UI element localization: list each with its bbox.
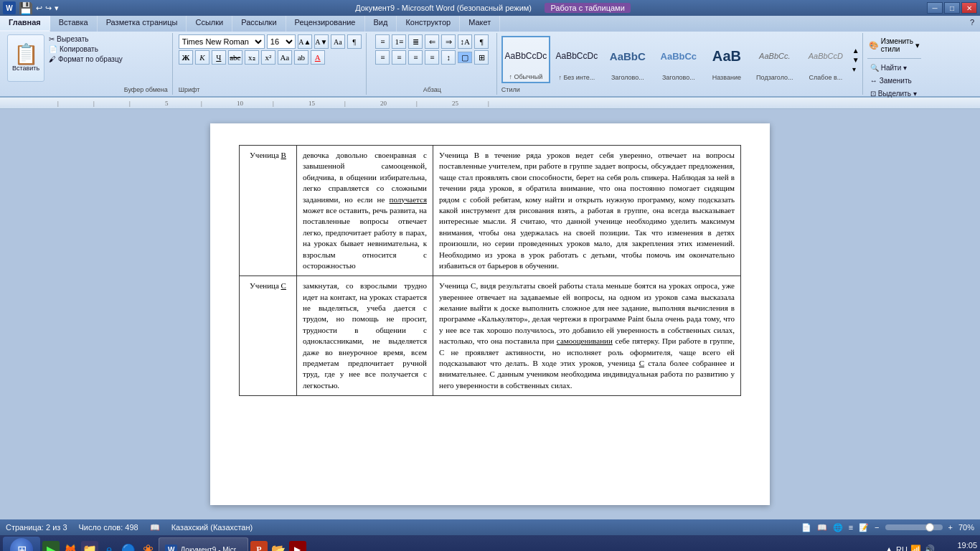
styles-more-btn[interactable]: ▾ <box>852 65 859 73</box>
ribbon-content: 📋 Вставить ✂ Вырезать 📄 Копировать 🖌 Фор… <box>0 32 980 96</box>
styles-scroll: ▲ ▼ ▾ <box>852 47 859 73</box>
tab-review[interactable]: Рецензирование <box>286 16 365 32</box>
borders-btn[interactable]: ⊞ <box>474 50 489 65</box>
style-title-preview: АаВ <box>707 38 746 74</box>
taskbar-word-icon: W <box>165 545 177 552</box>
styles-up-btn[interactable]: ▲ <box>852 47 859 55</box>
spell-check-icon: 📖 <box>150 523 160 532</box>
tab-insert[interactable]: Вставка <box>50 16 98 32</box>
style-title[interactable]: АаВ Название <box>705 36 748 83</box>
taskbar-icon-media[interactable]: ▶ <box>42 541 60 551</box>
superscript-btn[interactable]: x² <box>261 50 275 65</box>
taskbar-icon-video[interactable]: ▶ <box>289 541 306 551</box>
font-color-bg-btn[interactable]: ab <box>294 50 308 65</box>
justify-btn[interactable]: ≡ <box>425 50 439 65</box>
minimize-btn[interactable]: ─ <box>927 2 943 14</box>
italic-btn[interactable]: К <box>195 50 209 65</box>
view-web-btn[interactable]: 🌐 <box>833 523 843 532</box>
tab-view[interactable]: Вид <box>365 16 397 32</box>
strikethrough-btn[interactable]: abc <box>228 50 242 65</box>
numbering-btn[interactable]: 1≡ <box>392 34 406 49</box>
font-shrink-btn[interactable]: A▼ <box>314 34 329 49</box>
start-button[interactable]: ⊞ <box>3 537 40 551</box>
align-center-btn[interactable]: ≡ <box>392 50 406 65</box>
para-shading-btn[interactable]: ▢ <box>458 52 472 63</box>
find-icon: 🔍 <box>870 64 879 72</box>
underline-btn[interactable]: Ч <box>212 50 226 65</box>
show-hide-btn[interactable]: ¶ <box>347 34 362 49</box>
tab-design[interactable]: Конструктор <box>397 16 460 32</box>
increase-indent-btn[interactable]: ⇒ <box>441 34 456 49</box>
title-bar-controls[interactable]: ─ □ ✕ <box>927 2 977 14</box>
view-outline-btn[interactable]: ≡ <box>849 523 853 532</box>
taskbar-icon-ppt[interactable]: P <box>250 541 268 551</box>
taskbar-icon-folder[interactable]: 📂 <box>270 541 287 551</box>
paragraph-label: Абзац <box>423 85 441 93</box>
replace-btn[interactable]: ↔ Заменить <box>867 75 921 86</box>
style-no-spacing[interactable]: AaBbCcDc ↑ Без инте... <box>552 36 601 83</box>
close-btn[interactable]: ✕ <box>961 2 977 14</box>
subscript-btn[interactable]: x₂ <box>245 50 259 65</box>
align-right-btn[interactable]: ≡ <box>408 50 423 65</box>
tray-show-btn[interactable]: ▲ <box>885 545 893 552</box>
ribbon-help[interactable]: ? <box>964 16 980 32</box>
maximize-btn[interactable]: □ <box>944 2 960 14</box>
font-name-select[interactable]: Times New Roman <box>179 34 265 49</box>
col1-b[interactable]: девочка довольно своенравная с завышенно… <box>297 146 433 276</box>
clear-format-btn[interactable]: Aa <box>331 34 345 49</box>
zoom-out-btn[interactable]: − <box>875 523 879 532</box>
text-case-btn[interactable]: Aa <box>278 50 292 65</box>
styles-down-btn[interactable]: ▼ <box>852 56 859 64</box>
decrease-indent-btn[interactable]: ⇐ <box>425 34 439 49</box>
cut-button[interactable]: ✂ Вырезать <box>47 34 124 44</box>
format-painter-button[interactable]: 🖌 Формат по образцу <box>47 55 124 64</box>
undo-btn[interactable]: ↩ <box>36 4 42 13</box>
style-normal[interactable]: AaBbCcDc ↑ Обычный <box>501 36 550 83</box>
style-weak[interactable]: AaBbCcD Слабое в... <box>801 36 850 83</box>
font-grow-btn[interactable]: A▲ <box>298 34 312 49</box>
sort-btn[interactable]: ↕A <box>458 34 472 49</box>
font-label: Шрифт <box>179 85 200 93</box>
view-normal-btn[interactable]: 📄 <box>801 523 811 532</box>
col2-c[interactable]: Ученица С, видя результаты своей работы … <box>433 276 741 396</box>
taskbar-icon-chrome[interactable]: 🔵 <box>120 541 137 551</box>
line-spacing-btn[interactable]: ↕ <box>441 50 456 65</box>
paste-button[interactable]: 📋 Вставить <box>7 34 44 82</box>
change-styles-icon: 🎨 <box>869 41 879 50</box>
view-reader-btn[interactable]: 📖 <box>817 523 827 532</box>
pilcrow-btn[interactable]: ¶ <box>474 34 489 49</box>
styles-label: Стили <box>501 85 859 93</box>
multilevel-btn[interactable]: ≣ <box>408 34 423 49</box>
align-left-btn[interactable]: ≡ <box>375 50 390 65</box>
style-heading2[interactable]: AaBbCc Заголово... <box>654 36 703 83</box>
change-styles-btn[interactable]: 🎨 Изменитьстили ▾ <box>867 36 921 55</box>
col2-b[interactable]: Ученица В в течение ряда уроков ведет се… <box>433 146 741 276</box>
font-color-btn[interactable]: А <box>311 50 325 65</box>
taskbar-icon-files[interactable]: 📁 <box>81 541 98 551</box>
taskbar-icon-browser1[interactable]: 🦊 <box>62 541 79 551</box>
taskbar-word-btn[interactable]: W Документ9 - Micr... <box>159 537 248 551</box>
quick-save[interactable]: 💾 <box>19 1 33 15</box>
tab-layout2[interactable]: Макет <box>460 16 500 32</box>
title-bar-left: W 💾 ↩ ↪ ▾ <box>3 1 59 15</box>
view-draft-btn[interactable]: 📝 <box>859 523 869 532</box>
tab-layout[interactable]: Разметка страницы <box>98 16 187 32</box>
status-bar: Страница: 2 из 3 Число слов: 498 📖 Казах… <box>0 519 980 535</box>
tab-references[interactable]: Ссылки <box>187 16 232 32</box>
col1-c[interactable]: замкнутая, со взрослыми трудно идет на к… <box>297 276 433 396</box>
bold-btn[interactable]: Ж <box>179 50 193 65</box>
copy-button[interactable]: 📄 Копировать <box>47 44 124 54</box>
style-heading1[interactable]: AaBbC Заголово... <box>603 36 652 83</box>
bullets-btn[interactable]: ≡ <box>375 34 390 49</box>
tab-mailings[interactable]: Рассылки <box>232 16 286 32</box>
tab-home[interactable]: Главная <box>0 16 50 32</box>
title-bar-title: Документ9 - Microsoft Word (безопасный р… <box>59 4 927 12</box>
taskbar-icon-games[interactable]: ❀ <box>139 541 156 551</box>
font-size-select[interactable]: 16 <box>267 34 296 49</box>
zoom-slider[interactable] <box>885 524 943 530</box>
redo-btn[interactable]: ↪ <box>45 4 52 13</box>
taskbar-icon-ie[interactable]: e <box>100 541 118 551</box>
style-subtitle[interactable]: AaBbCc. Подзаголо... <box>750 36 799 83</box>
zoom-in-btn[interactable]: + <box>948 523 953 532</box>
find-btn[interactable]: 🔍 Найти ▾ <box>867 62 921 73</box>
